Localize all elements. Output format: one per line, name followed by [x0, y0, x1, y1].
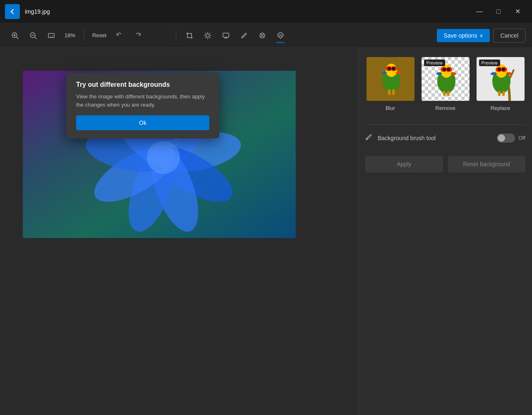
maximize-button[interactable]: □	[489, 5, 508, 18]
svg-rect-67	[502, 91, 505, 96]
bg-option-replace[interactable]: Preview	[475, 56, 525, 111]
svg-line-15	[209, 37, 210, 38]
replace-preview-badge: Preview	[479, 60, 500, 66]
back-button[interactable]	[5, 4, 20, 19]
svg-point-9	[206, 34, 209, 37]
bg-options: Blur Preview	[365, 56, 525, 111]
brush-tool-toggle[interactable]	[497, 134, 515, 143]
brush-icon	[365, 133, 373, 143]
bg-option-blur-img	[366, 56, 415, 102]
svg-line-16	[209, 33, 210, 33]
zoom-in-button[interactable]	[7, 27, 23, 44]
popup-body: View the image with different background…	[76, 93, 209, 109]
zoom-out-button[interactable]	[25, 27, 41, 44]
erase-button[interactable]	[254, 27, 271, 44]
popup-dialog: Try out different backgrounds View the i…	[66, 73, 219, 138]
svg-rect-45	[392, 89, 395, 95]
remove-preview-badge: Preview	[424, 60, 445, 66]
divider	[84, 30, 84, 41]
svg-point-43	[392, 67, 395, 70]
reset-button[interactable]: Reset	[89, 31, 110, 40]
title-bar: img19.jpg — □ ✕	[0, 0, 532, 23]
separator	[365, 124, 525, 125]
right-panel: Blur Preview	[358, 48, 532, 415]
undo-button[interactable]	[111, 27, 128, 44]
reset-background-button[interactable]: Reset background	[448, 156, 526, 172]
action-buttons: Apply Reset background	[365, 156, 525, 172]
apply-button[interactable]: Apply	[365, 156, 443, 172]
close-button[interactable]: ✕	[508, 5, 527, 18]
svg-point-55	[443, 68, 446, 71]
window-title: img19.jpg	[25, 8, 50, 15]
svg-text:1:1: 1:1	[50, 35, 53, 38]
svg-point-56	[447, 68, 450, 71]
svg-rect-18	[223, 33, 229, 37]
popup-ok-button[interactable]: Ok	[76, 115, 209, 130]
svg-line-14	[205, 33, 206, 33]
bg-option-replace-label: Replace	[491, 105, 510, 111]
toolbar: 1:1 18% Reset	[0, 23, 532, 48]
toggle-state-label: Off	[518, 135, 525, 141]
svg-rect-66	[498, 91, 501, 96]
bg-option-blur[interactable]: Blur	[365, 56, 415, 111]
svg-point-42	[388, 67, 391, 70]
toggle-container: Off	[497, 134, 525, 143]
svg-line-1	[17, 37, 18, 39]
popup-title: Try out different backgrounds	[76, 81, 209, 88]
save-options-button[interactable]: Save options ∨	[437, 29, 490, 42]
bg-option-remove[interactable]: Preview	[420, 56, 470, 111]
svg-line-5	[35, 37, 36, 39]
svg-rect-44	[388, 89, 391, 95]
divider2	[176, 30, 176, 41]
svg-rect-57	[443, 91, 446, 96]
brush-tool-label: Background brush tool	[378, 135, 492, 141]
bg-option-remove-label: Remove	[435, 105, 455, 111]
minimize-button[interactable]: —	[470, 5, 489, 18]
window-controls: — □ ✕	[470, 5, 527, 18]
svg-line-17	[205, 37, 206, 38]
crop-button[interactable]	[181, 27, 198, 44]
svg-point-65	[502, 68, 505, 71]
main-content: 爱给网 dichuny Try out different background…	[0, 48, 532, 415]
bg-option-replace-img: Preview	[476, 56, 525, 102]
redo-button[interactable]	[129, 27, 146, 44]
toggle-thumb	[498, 134, 505, 142]
svg-point-35	[147, 141, 180, 174]
brightness-button[interactable]	[199, 27, 216, 44]
svg-point-64	[498, 68, 501, 71]
fit-button[interactable]: 1:1	[43, 27, 60, 44]
draw-button[interactable]	[236, 27, 252, 44]
cancel-button[interactable]: Cancel	[493, 29, 525, 43]
svg-rect-58	[447, 91, 450, 96]
toolbar-right: Save options ∨ Cancel	[437, 29, 525, 43]
annotation-button[interactable]	[218, 27, 234, 44]
brush-tool-row: Background brush tool Off	[365, 133, 525, 143]
bg-option-remove-img: Preview	[421, 56, 470, 102]
bg-option-blur-label: Blur	[386, 105, 395, 111]
bg-remove-button[interactable]	[272, 27, 289, 44]
zoom-value: 18%	[61, 32, 79, 38]
canvas-area: 爱给网 dichuny Try out different background…	[0, 48, 358, 415]
